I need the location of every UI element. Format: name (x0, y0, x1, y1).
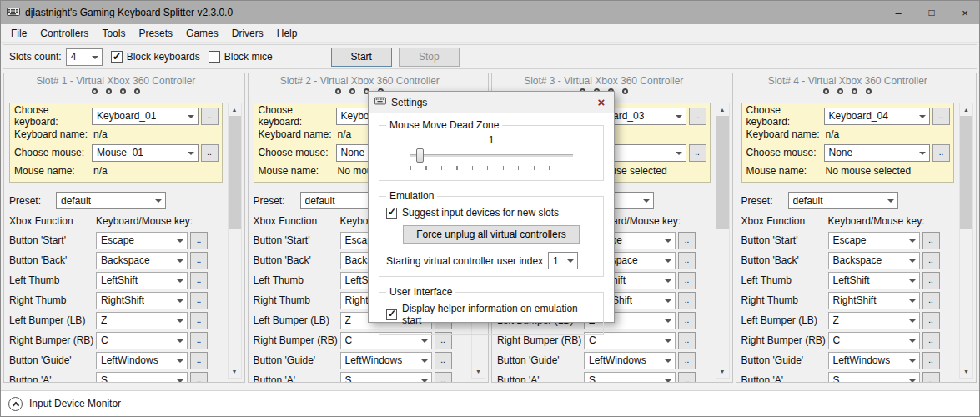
start-button[interactable]: Start (331, 48, 392, 67)
scrollbar-track[interactable] (716, 116, 729, 365)
key-browse-button[interactable]: .. (922, 272, 940, 289)
dead-zone-slider[interactable] (410, 148, 573, 164)
scroll-up-icon[interactable]: ▲ (960, 103, 972, 116)
key-combo[interactable]: RightShift (828, 292, 920, 309)
mouse-browse-button[interactable]: .. (201, 144, 219, 162)
preset-combo[interactable]: default (788, 192, 898, 209)
input-device-monitor-bar[interactable]: Input Device Monitor (1, 390, 979, 416)
mouse-combo[interactable]: Mouse_01 (92, 144, 199, 162)
maximize-button[interactable]: □ (917, 1, 946, 24)
key-browse-button[interactable]: .. (190, 372, 208, 384)
key-browse-button[interactable]: .. (190, 332, 208, 349)
key-combo[interactable]: S (584, 372, 676, 384)
suggest-devices-checkbox[interactable]: Suggest input devices for new slots (386, 207, 596, 219)
key-browse-button[interactable]: .. (922, 372, 940, 384)
key-combo[interactable]: LeftShift (96, 272, 188, 289)
preset-combo[interactable]: default (56, 192, 166, 209)
panel-scrollbar[interactable]: ▲ ▼ (959, 103, 973, 379)
key-browse-button[interactable]: .. (922, 352, 940, 369)
key-browse-button[interactable]: .. (678, 232, 696, 249)
menu-item-file[interactable]: File (4, 26, 33, 41)
key-browse-button[interactable]: .. (922, 332, 940, 349)
scroll-down-icon[interactable]: ▼ (716, 365, 729, 378)
key-combo[interactable]: Backspace (828, 252, 920, 269)
key-browse-button[interactable]: .. (190, 292, 208, 309)
key-browse-button[interactable]: .. (435, 372, 452, 384)
key-browse-button[interactable]: .. (190, 272, 208, 289)
keyboard-browse-button[interactable]: .. (689, 108, 706, 125)
key-combo[interactable]: LeftWindows (584, 352, 676, 369)
user-index-combo[interactable]: 1 (548, 252, 578, 269)
key-combo[interactable]: S (96, 372, 188, 384)
keyboard-browse-button[interactable]: .. (932, 108, 950, 125)
key-browse-button[interactable]: .. (678, 312, 696, 329)
scrollbar-thumb[interactable] (960, 116, 972, 229)
menu-item-tools[interactable]: Tools (95, 26, 132, 41)
key-combo[interactable]: LeftShift (828, 272, 920, 289)
menu-item-presets[interactable]: Presets (132, 26, 179, 41)
menu-item-games[interactable]: Games (179, 26, 225, 41)
key-combo[interactable]: S (828, 372, 920, 384)
key-browse-button[interactable]: .. (435, 352, 452, 369)
mouse-browse-button[interactable]: .. (689, 144, 706, 162)
slider-track[interactable] (410, 154, 573, 157)
key-browse-button[interactable]: .. (190, 232, 208, 249)
key-combo[interactable]: Backspace (96, 252, 188, 269)
stop-button[interactable]: Stop (399, 48, 460, 67)
slider-thumb[interactable] (416, 148, 424, 163)
key-combo[interactable]: S (340, 372, 432, 384)
minimize-button[interactable]: – (884, 1, 912, 24)
force-unplug-button[interactable]: Force unplug all virtual controllers (403, 225, 580, 244)
key-browse-button[interactable]: .. (922, 292, 940, 309)
key-combo[interactable]: Escape (96, 232, 188, 249)
key-browse-button[interactable]: .. (678, 292, 696, 309)
keyboard-combo[interactable]: Keyboard_01 (92, 108, 199, 125)
key-combo[interactable]: C (96, 332, 188, 349)
key-combo[interactable]: LeftWindows (96, 352, 188, 369)
scroll-down-icon[interactable]: ▼ (472, 365, 485, 378)
key-combo[interactable]: Z (96, 312, 188, 329)
settings-dialog-title-bar[interactable]: Settings × (369, 92, 614, 113)
key-browse-button[interactable]: .. (678, 252, 696, 269)
key-combo[interactable]: C (828, 332, 920, 349)
keyboard-combo[interactable]: Keyboard_04 (824, 108, 931, 125)
block-keyboards-checkbox[interactable]: Block keyboards (111, 51, 200, 63)
scrollbar-thumb[interactable] (716, 116, 729, 229)
key-browse-button[interactable]: .. (190, 252, 208, 269)
key-browse-button[interactable]: .. (678, 372, 696, 384)
menu-item-controllers[interactable]: Controllers (33, 26, 95, 41)
scrollbar-track[interactable] (229, 116, 241, 365)
settings-close-icon[interactable]: × (589, 92, 614, 113)
mouse-browse-button[interactable]: .. (932, 144, 950, 162)
key-browse-button[interactable]: .. (922, 252, 940, 269)
slots-count-combo[interactable]: 4 (66, 48, 103, 66)
panel-scrollbar[interactable]: ▲ ▼ (228, 103, 242, 379)
chevron-up-icon[interactable] (8, 397, 23, 411)
menu-item-drivers[interactable]: Drivers (225, 26, 270, 41)
key-browse-button[interactable]: .. (922, 232, 940, 249)
scroll-down-icon[interactable]: ▼ (229, 365, 241, 378)
key-browse-button[interactable]: .. (922, 312, 940, 329)
scrollbar-track[interactable] (960, 116, 972, 365)
key-combo[interactable]: Z (828, 312, 920, 329)
menu-item-help[interactable]: Help (270, 26, 304, 41)
key-browse-button[interactable]: .. (678, 332, 696, 349)
scroll-up-icon[interactable]: ▲ (716, 103, 729, 116)
close-button[interactable]: × (951, 1, 979, 24)
mouse-combo[interactable]: None (824, 144, 931, 162)
display-helper-checkbox[interactable]: Display helper information on emulation … (386, 303, 596, 326)
scrollbar-thumb[interactable] (229, 116, 241, 229)
block-mice-checkbox[interactable]: Block mice (209, 51, 273, 63)
key-browse-button[interactable]: .. (678, 352, 696, 369)
key-browse-button[interactable]: .. (678, 272, 696, 289)
key-combo[interactable]: LeftWindows (828, 352, 920, 369)
keyboard-browse-button[interactable]: .. (201, 108, 219, 125)
key-combo[interactable]: Escape (828, 232, 920, 249)
panel-scrollbar[interactable]: ▲ ▼ (716, 103, 730, 379)
key-browse-button[interactable]: .. (190, 312, 208, 329)
title-bar[interactable]: djlastnight's Gaming Keyboard Splitter v… (1, 1, 979, 24)
scroll-down-icon[interactable]: ▼ (960, 365, 972, 378)
key-combo[interactable]: LeftWindows (340, 352, 432, 369)
key-combo[interactable]: RightShift (96, 292, 188, 309)
scroll-up-icon[interactable]: ▲ (229, 103, 241, 116)
